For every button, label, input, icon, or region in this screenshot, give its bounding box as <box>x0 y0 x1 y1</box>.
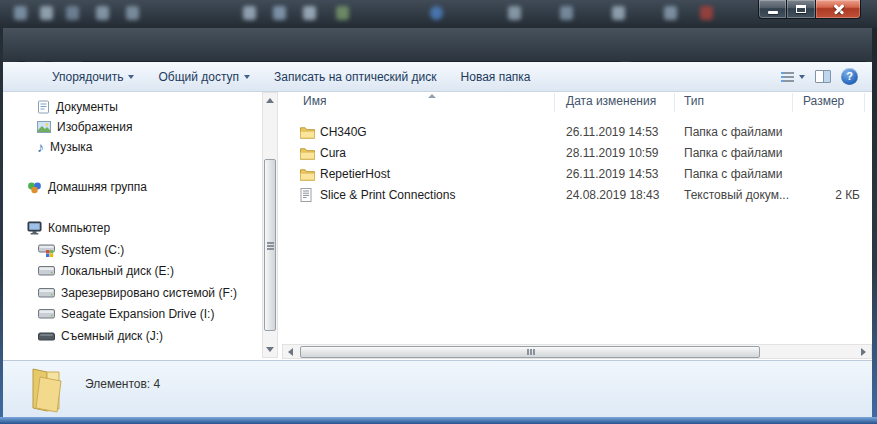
file-row-slice-print-connections[interactable]: Slice & Print Connections 24.08.2019 18:… <box>280 185 872 206</box>
sidebar-item-pictures[interactable]: Изображения <box>37 117 132 137</box>
glass-blur-decoration <box>508 6 521 20</box>
new-folder-button[interactable]: Новая папка <box>452 65 540 89</box>
glass-blur-decoration <box>96 6 109 20</box>
burn-to-disc-button[interactable]: Записать на оптический диск <box>265 65 446 89</box>
maximize-button[interactable] <box>787 0 815 19</box>
sidebar-label: Съемный диск (J:) <box>61 329 163 343</box>
homegroup-icon <box>27 181 42 194</box>
organize-label: Упорядочить <box>52 70 123 84</box>
share-label: Общий доступ <box>158 70 239 84</box>
glass-blur-decoration <box>336 6 349 20</box>
text-file-icon <box>300 188 312 206</box>
file-date: 26.11.2019 14:53 <box>566 125 659 139</box>
chevron-down-icon <box>244 75 250 79</box>
file-date: 28.11.2019 10:59 <box>566 146 659 160</box>
file-type: Папка с файлами <box>684 146 783 160</box>
views-icon <box>781 72 794 82</box>
pictures-icon <box>37 121 51 133</box>
share-button[interactable]: Общий доступ <box>149 65 259 89</box>
change-view-button[interactable] <box>781 72 805 82</box>
file-name: RepetierHost <box>320 167 390 181</box>
explorer-window: ← → Компьютер Съемный диск (J:) English … <box>0 0 877 424</box>
arrow-right-icon <box>861 348 866 356</box>
sidebar-item-music[interactable]: ♪ Музыка <box>37 137 92 157</box>
sidebar-scrollbar-thumb[interactable] <box>264 159 276 331</box>
drive-icon <box>38 288 55 298</box>
sidebar-item-drive-e[interactable]: Локальный диск (E:) <box>38 261 174 281</box>
computer-icon <box>27 221 42 235</box>
close-button[interactable] <box>815 0 861 19</box>
column-header-date[interactable]: Дата изменения <box>566 94 656 108</box>
minimize-icon <box>768 11 778 14</box>
sort-ascending-icon <box>428 94 436 98</box>
sidebar-item-drive-c[interactable]: System (C:) <box>38 240 124 260</box>
glass-blur-decoration <box>664 6 677 20</box>
scroll-up-button[interactable] <box>263 93 277 108</box>
sidebar-label: Документы <box>56 100 118 114</box>
glass-blur-decoration <box>40 6 53 20</box>
removable-drive-icon <box>38 332 55 341</box>
glass-blur-decoration <box>430 6 443 20</box>
minimize-button[interactable] <box>758 0 787 19</box>
help-button[interactable]: ? <box>841 68 858 85</box>
scroll-down-button[interactable] <box>263 342 277 357</box>
horizontal-scrollbar-thumb[interactable] <box>300 346 760 358</box>
chevron-down-icon <box>128 75 134 79</box>
music-icon: ♪ <box>37 141 44 153</box>
column-divider[interactable] <box>554 93 555 112</box>
glass-blur-decoration <box>700 6 713 20</box>
window-border <box>0 417 877 424</box>
system-drive-icon <box>38 244 55 257</box>
organize-button[interactable]: Упорядочить <box>43 65 143 89</box>
folder-icon <box>300 146 315 164</box>
glass-blur-decoration <box>14 6 27 20</box>
items-count-label: Элементов: 4 <box>85 377 160 391</box>
sidebar-label: System (C:) <box>61 243 124 257</box>
navigation-bar: ← → Компьютер Съемный диск (J:) English … <box>0 28 877 62</box>
column-divider[interactable] <box>674 93 675 112</box>
documents-icon <box>37 100 50 114</box>
glass-blur-decoration <box>126 6 139 20</box>
sidebar-item-homegroup[interactable]: Домашняя группа <box>27 177 147 197</box>
sidebar-item-drive-j[interactable]: Съемный диск (J:) <box>38 326 163 346</box>
sidebar-label: Компьютер <box>48 221 110 235</box>
preview-pane-button[interactable] <box>815 70 831 83</box>
sidebar-scrollbar[interactable] <box>262 92 278 358</box>
file-type: Папка с файлами <box>684 167 783 181</box>
file-type: Текстовый докум... <box>684 188 789 202</box>
glass-blur-decoration <box>303 6 316 20</box>
title-bar[interactable] <box>0 0 877 28</box>
folder-icon <box>300 125 315 143</box>
column-header-type[interactable]: Тип <box>684 94 704 108</box>
sidebar-item-drive-f[interactable]: Зарезервировано системой (F:) <box>38 283 237 303</box>
file-name: Cura <box>320 146 346 160</box>
glass-blur-decoration <box>612 6 625 20</box>
window-border <box>0 28 3 424</box>
filelist-horizontal-scrollbar[interactable] <box>282 344 872 359</box>
sidebar-item-computer[interactable]: Компьютер <box>27 218 110 238</box>
file-list: Имя Дата изменения Тип Размер CH340G 26.… <box>280 92 872 358</box>
main-content: Документы Изображения ♪ Музыка Домашняя … <box>3 92 872 360</box>
file-row-cura[interactable]: Cura 28.11.2019 10:59 Папка с файлами <box>280 143 872 164</box>
scroll-left-button[interactable] <box>283 345 298 358</box>
scroll-right-button[interactable] <box>856 345 871 358</box>
file-row-ch340g[interactable]: CH340G 26.11.2019 14:53 Папка с файлами <box>280 122 872 143</box>
details-pane: Элементов: 4 <box>3 360 872 417</box>
glass-blur-decoration <box>273 6 286 20</box>
column-divider[interactable] <box>864 93 865 112</box>
sidebar-label: Музыка <box>50 140 92 154</box>
column-header-name[interactable]: Имя <box>303 94 326 108</box>
column-header-size[interactable]: Размер <box>803 94 844 108</box>
drive-icon <box>38 309 55 319</box>
sidebar-item-documents[interactable]: Документы <box>37 97 118 117</box>
column-divider[interactable] <box>792 93 793 112</box>
file-row-repetierhost[interactable]: RepetierHost 26.11.2019 14:53 Папка с фа… <box>280 164 872 185</box>
arrow-down-icon <box>266 347 274 352</box>
sidebar-label: Seagate Expansion Drive (I:) <box>61 307 214 321</box>
sidebar-item-drive-i[interactable]: Seagate Expansion Drive (I:) <box>38 304 214 324</box>
window-border <box>872 28 877 424</box>
folder-icon <box>300 167 315 185</box>
file-size: 2 КБ <box>778 188 860 202</box>
sidebar-label: Локальный диск (E:) <box>61 264 174 278</box>
window-controls <box>758 0 861 19</box>
